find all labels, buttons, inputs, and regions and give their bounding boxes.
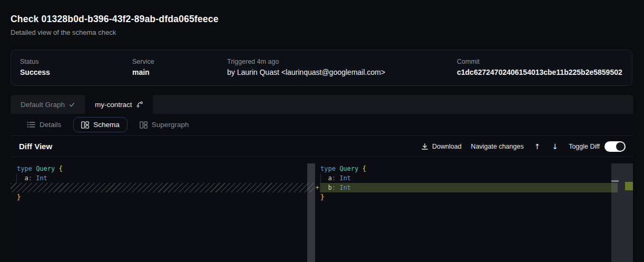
service-field: Service main (132, 58, 154, 76)
code-line: } (315, 192, 633, 202)
tab-my-contract-label: my-contract (95, 101, 132, 109)
list-icon (27, 121, 35, 128)
diff-editor-left[interactable]: type Query { a: Int} (11, 157, 314, 262)
diff-filler-line (11, 183, 314, 192)
diff-controls: Download Navigate changes ↑ ↓ Toggle Dif… (421, 141, 626, 152)
code-line: a: Int (315, 173, 633, 183)
contract-icon (136, 101, 143, 108)
download-icon (421, 143, 428, 150)
tab-details[interactable]: Details (19, 117, 69, 132)
status-label: Status (20, 58, 50, 65)
page-subtitle: Detailed view of the schema check (11, 28, 219, 36)
code-line: type Query { (11, 164, 314, 173)
graph-tab-strip: Default Graph my-contract (11, 95, 633, 114)
toggle-diff-switch[interactable] (604, 141, 626, 152)
check-icon (69, 102, 75, 108)
right-editor-scrollbar[interactable] (611, 163, 633, 262)
page-title: Check 01328b0d-b396-43f2-89ab-dfda065fee… (11, 14, 219, 25)
added-line-sign: + (315, 183, 320, 192)
tab-details-label: Details (40, 121, 61, 129)
tab-supergraph-label: Supergraph (152, 121, 189, 129)
code-line: a: Int (11, 173, 314, 183)
commit-label: Commit (457, 58, 622, 65)
diff-editor-right[interactable]: type Query { a: Int b: Int} (315, 157, 633, 262)
tab-schema[interactable]: Schema (73, 117, 128, 132)
navigate-changes-label: Navigate changes (471, 143, 524, 150)
code-line-added: b: Int (320, 183, 618, 192)
triggered-value: by Laurin Quast <laurinquast@googlemail.… (227, 68, 385, 76)
toggle-diff-group: Toggle Diff (569, 141, 626, 152)
service-value: main (132, 68, 154, 76)
tab-schema-label: Schema (93, 121, 120, 129)
overview-added-marker (625, 182, 633, 190)
download-label: Download (432, 143, 462, 150)
service-label: Service (132, 58, 154, 65)
next-change-button[interactable]: ↓ (551, 142, 559, 151)
tab-default-graph-label: Default Graph (21, 101, 65, 109)
left-editor-scrollbar[interactable] (307, 163, 315, 262)
diff-editor: type Query { a: Int} type Query { a: Int… (11, 157, 633, 262)
toggle-diff-label: Toggle Diff (569, 143, 600, 150)
previous-change-button[interactable]: ↑ (533, 142, 542, 151)
columns-icon (140, 121, 148, 129)
diff-view-title: Diff View (19, 142, 52, 151)
commit-value: c1dc62724702406154013cbe11b225b2e5859502 (457, 68, 622, 76)
status-value: Success (20, 68, 50, 76)
tab-my-contract[interactable]: my-contract (85, 95, 153, 114)
columns-icon (81, 121, 89, 129)
download-button[interactable]: Download (421, 143, 462, 150)
triggered-field: Triggered 4m ago by Laurin Quast <laurin… (227, 58, 385, 76)
check-detail-panel: Default Graph my-contract Details (11, 95, 633, 262)
check-summary-card: Status Success Service main Triggered 4m… (11, 50, 632, 86)
scrollbar-slider[interactable] (611, 180, 619, 182)
code-line: type Query { (315, 164, 633, 173)
tab-default-graph[interactable]: Default Graph (11, 95, 85, 114)
triggered-label: Triggered 4m ago (227, 58, 385, 65)
view-tab-strip: Details Schema Supergraph (11, 114, 633, 136)
page-header: Check 01328b0d-b396-43f2-89ab-dfda065fee… (11, 14, 219, 36)
tab-supergraph[interactable]: Supergraph (132, 117, 197, 132)
status-field: Status Success (20, 58, 50, 76)
switch-knob (616, 142, 625, 151)
commit-field: Commit c1dc62724702406154013cbe11b225b2e… (457, 58, 622, 76)
code-line: } (11, 192, 314, 202)
diff-header: Diff View Download Navigate changes ↑ ↓ … (11, 136, 633, 157)
